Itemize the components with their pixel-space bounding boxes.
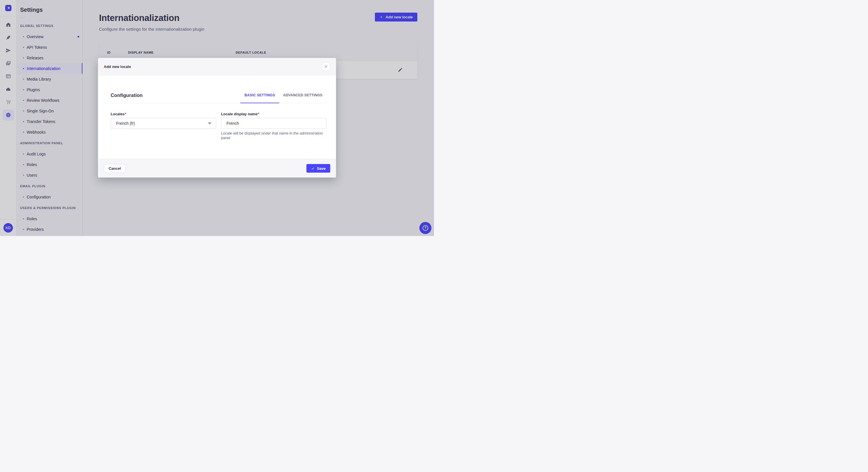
save-button[interactable]: Save <box>306 164 330 173</box>
tab-basic-settings[interactable]: BASIC SETTINGS <box>241 93 279 103</box>
add-locale-modal: Add new locale Configuration BASIC SETTI… <box>98 58 336 177</box>
locales-select[interactable]: French (fr) <box>111 118 216 129</box>
locale-form: Locales* French (fr) Locale display name… <box>111 112 327 140</box>
display-name-label: Locale display name* <box>221 112 327 116</box>
modal-title: Add new locale <box>104 65 131 69</box>
locales-select-value: French (fr) <box>116 121 135 126</box>
modal-tabs: BASIC SETTINGS ADVANCED SETTINGS <box>241 93 327 103</box>
configuration-header-row: Configuration BASIC SETTINGS ADVANCED SE… <box>111 93 327 103</box>
locales-field: Locales* French (fr) <box>111 112 216 140</box>
required-asterisk: * <box>258 112 259 116</box>
required-asterisk: * <box>125 112 126 116</box>
chevron-down-icon <box>208 123 211 125</box>
close-icon <box>324 65 328 68</box>
modal-close-button[interactable] <box>322 62 330 71</box>
modal-body: Configuration BASIC SETTINGS ADVANCED SE… <box>98 75 336 159</box>
cancel-button[interactable]: Cancel <box>104 164 126 173</box>
modal-footer: Cancel Save <box>98 159 336 177</box>
display-name-helper-text: Locale will be displayed under that name… <box>221 131 327 140</box>
modal-header: Add new locale <box>98 58 336 75</box>
tab-advanced-settings[interactable]: ADVANCED SETTINGS <box>279 93 327 103</box>
save-label: Save <box>317 166 326 171</box>
display-name-input[interactable] <box>221 118 327 129</box>
locales-label: Locales* <box>111 112 216 116</box>
configuration-title: Configuration <box>111 93 143 103</box>
display-name-field: Locale display name* Locale will be disp… <box>221 112 327 140</box>
check-icon <box>311 167 315 170</box>
